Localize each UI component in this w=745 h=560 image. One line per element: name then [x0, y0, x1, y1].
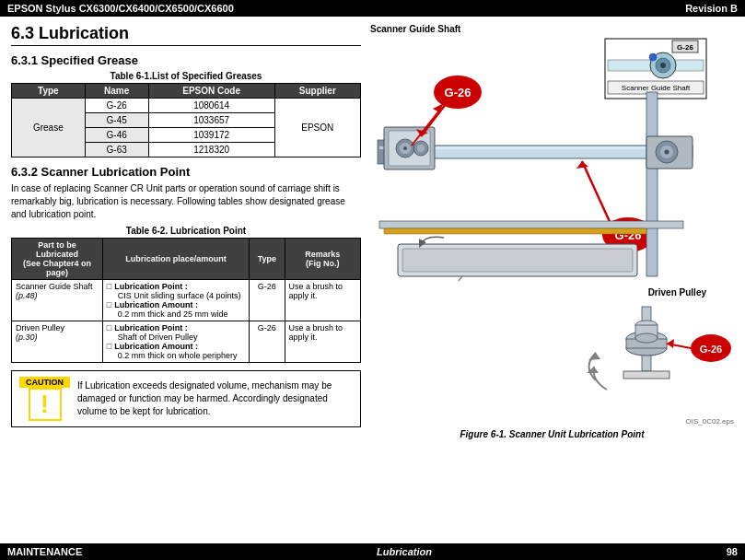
table-row: Driven Pulley(p.30) Lubrication Point : … [12, 321, 361, 363]
svg-text:G-26: G-26 [445, 86, 471, 99]
lub-amount-label2: Lubrication Amount : [107, 342, 245, 351]
header-title: EPSON Stylus CX6300/CX6400/CX6500/CX6600 [7, 3, 234, 14]
grease-code-g26: 1080614 [148, 99, 274, 113]
caution-label: CAUTION [19, 377, 70, 388]
svg-marker-29 [576, 161, 588, 169]
col-type: Type [12, 84, 86, 99]
lub-amount-detail: 0.2 mm thick and 25 mm wide [107, 309, 245, 319]
scanner-diagram-svg: G-26 Scanner Guide Shaft [370, 37, 711, 281]
driven-pulley-area: Driven Pulley G-26 [370, 287, 734, 417]
main-content: 6.3 Lubrication 6.3.1 Specified Grease T… [0, 17, 745, 467]
lub-point-detail2: Shaft of Driven Pulley [107, 332, 245, 342]
svg-rect-32 [384, 228, 646, 234]
col-lub-type: Type [250, 239, 285, 280]
grease-code-g63: 1218320 [148, 143, 274, 158]
remarks-brush-2: Use a brush to apply it. [285, 321, 360, 363]
col-part: Part to be Lubricated(See Chapter4 on pa… [12, 239, 103, 280]
grease-type-cell: Grease [12, 99, 86, 158]
grease-code-g45: 1033657 [148, 113, 274, 128]
col-epson-code: EPSON Code [148, 84, 274, 99]
supplier-epson: EPSON [274, 99, 360, 158]
specified-grease-table: Type Name EPSON Code Supplier Grease G-2… [11, 83, 361, 158]
svg-line-28 [582, 161, 611, 226]
lub-scanner-guide: Lubrication Point : CIS Unit sliding sur… [102, 280, 249, 321]
col-lub-place: Lubrication place/amount [102, 239, 249, 280]
col-name: Name [85, 84, 148, 99]
lub-amount-label: Lubrication Amount : [107, 300, 245, 309]
subsection2-title: 6.3.2 Scanner Lubrication Point [11, 165, 361, 179]
col-supplier: Supplier [274, 84, 360, 99]
part-scanner-guide-shaft: Scanner Guide Shaft(p.48) [12, 280, 103, 321]
lub-point-detail: CIS Unit sliding surface (4 points) [107, 291, 245, 300]
grease-name-g46: G-46 [85, 128, 148, 143]
driven-pulley-label: Driven Pulley [648, 287, 706, 298]
grease-name-g45: G-45 [85, 113, 148, 128]
svg-text:Scanner Guide Shaft: Scanner Guide Shaft [622, 84, 691, 92]
lubrication-point-table: Part to be Lubricated(See Chapter4 on pa… [11, 238, 361, 363]
page-header: EPSON Stylus CX6300/CX6400/CX6500/CX6600… [0, 0, 745, 17]
svg-text:G-26: G-26 [700, 344, 722, 355]
col-remarks: Remarks(Fig No.) [285, 239, 360, 280]
grease-code-g46: 1039172 [148, 128, 274, 143]
grease-name-g26: G-26 [85, 99, 148, 113]
left-column: 6.3 Lubrication 6.3.1 Specified Grease T… [11, 24, 361, 439]
right-column: Scanner Guide Shaft G-26 Scanner Guide S… [370, 24, 734, 439]
svg-rect-31 [379, 221, 683, 228]
lub-point-label: Lubrication Point : [107, 282, 245, 291]
driven-pulley-svg: G-26 [568, 298, 734, 417]
figure-caption: Figure 6-1. Scanner Unit Lubrication Poi… [370, 429, 734, 439]
svg-marker-51 [667, 339, 674, 348]
svg-point-4 [660, 63, 666, 68]
subsection2-description: In case of replacing Scanner CR Unit par… [11, 182, 361, 221]
footer-center: Lubrication [82, 546, 726, 557]
page-footer: MAINTENANCE Lubrication 98 [0, 543, 745, 560]
lub-type-g26-2: G-26 [250, 321, 285, 363]
file-reference: OIS_0C02.eps [370, 417, 734, 426]
footer-right: 98 [727, 546, 738, 557]
grease-name-g63: G-63 [85, 143, 148, 158]
caution-icon-area: CAUTION ! [19, 377, 70, 421]
caution-exclamation-mark: ! [29, 388, 62, 421]
caution-text: If Lubrication exceeds designated volume… [77, 379, 353, 418]
svg-point-5 [649, 53, 657, 61]
table1-caption: Table 6-1.List of Specified Greases [11, 71, 361, 81]
svg-rect-47 [623, 371, 669, 379]
lub-type-g26-1: G-26 [250, 280, 285, 321]
svg-rect-30 [646, 92, 658, 276]
svg-text:G-26: G-26 [677, 43, 693, 52]
lub-driven-pulley: Lubrication Point : Shaft of Driven Pull… [102, 321, 249, 363]
caution-message: If Lubrication exceeds designated volume… [77, 380, 332, 416]
subsection1-title: 6.3.1 Specified Grease [11, 53, 361, 67]
table-row: Scanner Guide Shaft(p.48) Lubrication Po… [12, 280, 361, 321]
part-driven-pulley: Driven Pulley(p.30) [12, 321, 103, 363]
section-title: 6.3 Lubrication [11, 24, 361, 46]
svg-point-46 [635, 333, 658, 343]
table2-caption: Table 6-2. Lubrication Point [11, 226, 361, 236]
svg-point-17 [403, 146, 407, 150]
footer-left: MAINTENANCE [7, 546, 82, 557]
svg-point-19 [417, 145, 425, 152]
header-revision: Revision B [685, 3, 738, 14]
svg-point-36 [665, 150, 669, 155]
scanner-shaft-label: Scanner Guide Shaft [370, 24, 734, 34]
table-row: Grease G-26 1080614 EPSON [12, 99, 361, 113]
lub-point-label2: Lubrication Point : [107, 323, 245, 332]
remarks-brush-1: Use a brush to apply it. [285, 280, 360, 321]
lub-amount-detail2: 0.2 mm thick on whole periphery [107, 351, 245, 360]
caution-box: CAUTION ! If Lubrication exceeds designa… [11, 370, 361, 427]
svg-rect-38 [402, 249, 633, 272]
